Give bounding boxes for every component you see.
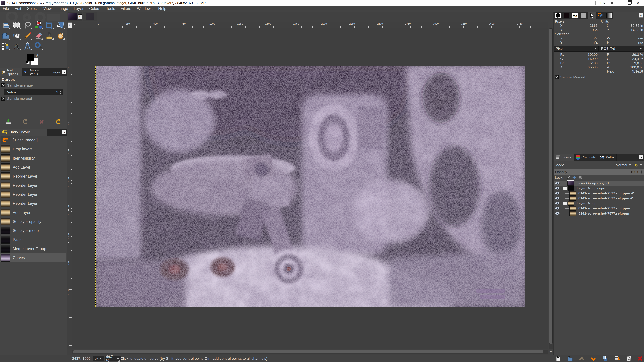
visibility-eye-icon[interactable] [555,197,560,200]
visibility-eye-icon[interactable] [555,187,560,190]
new-group-button[interactable] [567,356,573,362]
layer-row[interactable]: − Layer Group copy [554,186,644,191]
vertical-scrollbar[interactable] [549,28,553,350]
undo-item[interactable]: Item visibility [0,154,66,163]
menu-image[interactable]: Image [57,6,68,11]
lock-position-icon[interactable] [572,176,576,179]
dock-menu-button[interactable]: ◂ [62,70,66,74]
visibility-eye-icon[interactable] [555,207,560,210]
pixel-format-dropdown[interactable]: Pixel [554,45,598,52]
unified-transform-tool[interactable] [55,20,65,30]
image-tab-current[interactable]: ✕ [68,12,82,21]
zoom-tool[interactable] [33,41,44,51]
save-preset-button[interactable] [5,119,12,125]
unit-dropdown[interactable]: px [93,356,104,362]
measure-tool[interactable] [22,41,32,51]
mode-chevron-icon[interactable] [629,164,631,166]
sample-average-checkbox[interactable] [1,83,5,87]
undo-item[interactable]: Set layer opacity [0,217,66,226]
duplicate-layer-button[interactable] [602,356,608,362]
bucket-fill-tool[interactable] [12,31,22,40]
undo-item-selected[interactable]: Curves [0,253,66,262]
image-tab-other[interactable] [83,12,97,21]
undo-item[interactable]: Set layer mode [0,226,66,235]
swap-colors-icon[interactable]: ⇄ [36,53,38,57]
undo-item[interactable]: Add Layer [0,208,66,217]
layers-dock-menu-button[interactable]: ◂ [639,155,644,159]
warp-transform-tool[interactable] [1,31,11,40]
mode-dropdown[interactable]: Normal [616,163,627,167]
panel-resize-grip[interactable] [30,126,37,128]
text-tool[interactable]: A [12,41,22,51]
delete-layer-button[interactable] [637,356,643,362]
tab-pointer[interactable] [588,12,596,19]
maximize-button[interactable] [628,1,631,4]
undo-item[interactable]: [ Base Image ] [0,136,66,145]
opacity-slider[interactable]: Opacity 100,0 [554,169,644,175]
menu-colors[interactable]: Colors [89,6,100,11]
layer-row-selected[interactable]: Layer Group copy #1 [554,181,644,186]
opacity-spin-arrows[interactable] [641,170,643,174]
menu-layer[interactable]: Layer [74,6,84,11]
vertical-scrollbar-thumb[interactable] [549,28,552,344]
menu-windows[interactable]: Windows [137,6,152,11]
language-spinner-icon[interactable] [611,1,613,4]
merge-down-button[interactable] [614,356,620,362]
visibility-eye-icon[interactable] [555,212,560,215]
add-mask-button[interactable] [626,356,632,362]
select-by-color-tool[interactable] [33,20,44,30]
minimize-button[interactable]: — [618,1,623,5]
visibility-eye-icon[interactable] [555,192,560,195]
tab-layers[interactable]: Layers [554,153,574,161]
visibility-eye-icon[interactable] [555,202,560,205]
menu-select[interactable]: Select [27,6,38,11]
paths-tool[interactable] [1,41,11,51]
foreground-color-swatch[interactable] [27,54,34,61]
radius-spin-arrows[interactable] [60,91,62,94]
horizontal-scrollbar[interactable] [72,350,548,354]
tab-undo-history[interactable]: Undo History [0,129,47,136]
tab-channels[interactable]: Channels [574,153,598,161]
undo-item[interactable]: Drop layers [0,145,66,154]
layer-row[interactable]: 8141-screenshot-7577.ref.ppm #1 [554,196,644,201]
radius-spinbox[interactable]: Radius 3 [4,89,64,95]
menu-view[interactable]: View [44,6,52,11]
tab-device-status[interactable]: i Device Status [22,68,46,76]
new-layer-button[interactable] [555,356,561,362]
canvas-image[interactable] [96,66,525,307]
mode-space-chevron-icon[interactable] [640,164,642,166]
alignment-tool[interactable] [1,20,11,30]
canvas-viewport[interactable] [72,28,548,350]
restore-preset-button[interactable] [22,119,28,125]
language-indicator[interactable]: EN [600,1,606,5]
horizontal-scrollbar-thumb[interactable] [73,350,543,354]
undo-item[interactable]: Reorder Layer [0,199,66,208]
undo-item[interactable]: Paste [0,235,66,244]
layer-row[interactable]: − Layer Group [554,201,644,206]
layer-row[interactable]: 8141-screenshot-7577.out.ppm #1 [554,191,644,196]
pencil-tool[interactable] [22,31,32,40]
undo-dock-menu-button[interactable]: ◂ [62,130,66,134]
crop-tool[interactable] [44,20,54,30]
tab-brushes[interactable] [554,12,562,19]
tab-images[interactable]: Images [46,68,62,76]
rgb-format-dropdown[interactable]: RGB (%) [599,45,644,52]
undo-item[interactable]: Reorder Layer [0,181,66,190]
undo-item[interactable]: Reorder Layer [0,190,66,199]
lower-layer-button[interactable] [590,356,596,362]
menu-filters[interactable]: Filters [121,6,131,11]
delete-preset-button[interactable] [38,119,44,125]
zoom-resize-grip[interactable] [118,360,120,362]
close-button[interactable]: ✕ [635,1,641,5]
ruler-corner-button[interactable]: ▸ [68,22,72,28]
group-expander[interactable]: − [563,187,567,190]
eraser-tool[interactable] [33,31,44,40]
default-colors-icon[interactable] [26,61,30,64]
free-select-tool[interactable] [22,20,32,30]
sample-merged-pointer-checkbox[interactable] [554,75,559,79]
group-expander[interactable]: − [563,202,567,205]
pointer-dock-menu-button[interactable]: ◂ [639,13,643,17]
visibility-eye-icon[interactable] [555,182,560,185]
undo-item[interactable]: Reorder Layer [0,172,66,181]
menu-help[interactable]: Help [158,6,166,11]
